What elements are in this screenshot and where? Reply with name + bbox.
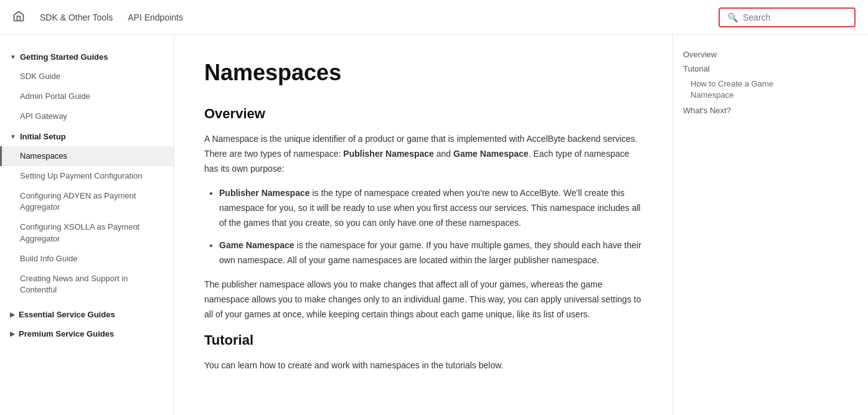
overview-closing-para: The publisher namespace allows you to ma… <box>204 277 643 322</box>
bullet-publisher-namespace: Publisher Namespace is the type of names… <box>219 186 643 230</box>
sidebar-item-adyen[interactable]: Configuring ADYEN as Payment Aggregator <box>0 186 174 217</box>
sidebar-item-api-gateway[interactable]: API Gateway <box>0 106 174 126</box>
sidebar-section-premium-label: Premium Service Guides <box>19 329 114 338</box>
toc-item-whats-next[interactable]: What's Next? <box>683 103 787 118</box>
overview-bullet-list: Publisher Namespace is the type of names… <box>219 186 643 268</box>
search-input[interactable] <box>743 12 847 22</box>
overview-para-1: A Namespace is the unique identifier of … <box>204 132 643 176</box>
sidebar-item-news-support[interactable]: Creating News and Support in Contentful <box>0 269 174 300</box>
page-title: Namespaces <box>204 60 643 86</box>
bullet-publisher-namespace-bold: Publisher Namespace <box>219 188 310 198</box>
search-icon: 🔍 <box>727 12 738 22</box>
toc-item-overview[interactable]: Overview <box>683 47 787 62</box>
search-box: 🔍 <box>719 7 856 27</box>
layout: Getting Started Guides SDK Guide Admin P… <box>0 35 868 415</box>
sidebar-item-admin-portal[interactable]: Admin Portal Guide <box>0 86 174 106</box>
sidebar-section-premium[interactable]: Premium Service Guides <box>0 324 174 343</box>
chevron-initial-setup-icon <box>10 133 16 140</box>
chevron-essential-icon <box>10 311 15 318</box>
sidebar-section-essential-label: Essential Service Guides <box>19 310 115 319</box>
header-nav: SDK & Other Tools API Endpoints <box>40 10 719 25</box>
nav-sdk-tools[interactable]: SDK & Other Tools <box>40 10 113 25</box>
chevron-getting-started-icon <box>10 54 16 60</box>
toc-item-tutorial[interactable]: Tutorial <box>683 62 787 76</box>
sidebar-section-initial-setup-items: Namespaces Setting Up Payment Configurat… <box>0 146 174 301</box>
sidebar-section-getting-started[interactable]: Getting Started Guides <box>0 47 174 67</box>
sidebar-item-sdk-guide[interactable]: SDK Guide <box>0 67 174 86</box>
sidebar: Getting Started Guides SDK Guide Admin P… <box>0 35 174 415</box>
chevron-premium-icon <box>10 330 15 337</box>
tutorial-heading: Tutorial <box>204 332 643 348</box>
bullet-game-namespace: Game Namespace is the namespace for your… <box>219 238 643 268</box>
search-wrapper: 🔍 <box>719 7 856 27</box>
overview-heading: Overview <box>204 106 643 122</box>
toc-sub-how-to-create[interactable]: How to Create a Game Namespace <box>683 76 787 103</box>
sidebar-item-payment-config[interactable]: Setting Up Payment Configuration <box>0 166 174 186</box>
sidebar-section-essential[interactable]: Essential Service Guides <box>0 305 174 324</box>
sidebar-item-xsolla[interactable]: Configuring XSOLLA as Payment Aggregator <box>0 217 174 248</box>
nav-api-endpoints[interactable]: API Endpoints <box>128 10 183 25</box>
main-content: Namespaces Overview A Namespace is the u… <box>174 35 672 415</box>
sidebar-section-initial-setup[interactable]: Initial Setup <box>0 127 174 146</box>
sidebar-item-namespaces[interactable]: Namespaces <box>0 146 174 166</box>
tutorial-para-1: You can learn how to create and work wit… <box>204 358 643 373</box>
sidebar-section-getting-started-label: Getting Started Guides <box>20 52 108 62</box>
sidebar-section-initial-setup-label: Initial Setup <box>20 132 66 141</box>
home-icon[interactable] <box>12 10 25 24</box>
sidebar-item-build-info[interactable]: Build Info Guide <box>0 249 174 269</box>
toc: Overview Tutorial How to Create a Game N… <box>672 35 797 415</box>
header: SDK & Other Tools API Endpoints 🔍 <box>0 0 868 35</box>
sidebar-section-getting-started-items: SDK Guide Admin Portal Guide API Gateway <box>0 67 174 127</box>
bullet-game-namespace-bold: Game Namespace <box>219 240 295 250</box>
